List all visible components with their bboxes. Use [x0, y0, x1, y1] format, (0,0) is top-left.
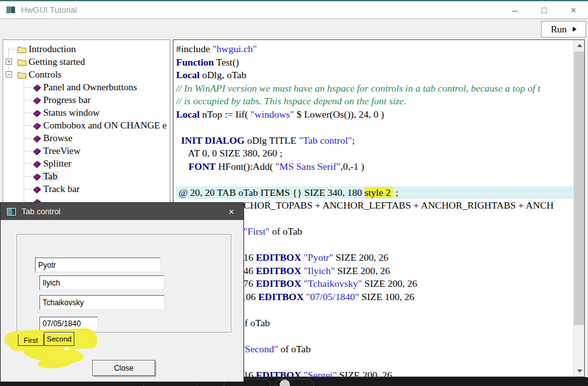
book-icon [32, 158, 41, 171]
app-window: HwGUI Tutorial – □ × Run Introduction+Ge… [0, 0, 588, 386]
sidebar-item-progress-bar[interactable]: Progress bar [3, 93, 170, 106]
dialog-title: Tab control [22, 207, 60, 216]
code-line: AT 0, 0 SIZE 380, 260 ; [176, 147, 573, 160]
book-icon [32, 171, 41, 184]
code-line: INIT DIALOG oDlg TITLE "Tab control"; [176, 134, 573, 148]
book-icon [32, 120, 41, 133]
sidebar-item-label: Progress bar [41, 95, 93, 105]
run-arrow-icon [573, 27, 577, 32]
tree-connector [24, 189, 31, 190]
code-line: FONT HFont():Add( "MS Sans Serif",0,-1 ) [176, 160, 573, 174]
book-icon [32, 82, 41, 95]
tree-connector [24, 113, 31, 113]
expand-icon[interactable]: + [6, 59, 12, 65]
run-button-label: Run [550, 24, 566, 35]
scroll-down-button[interactable] [574, 366, 585, 376]
folder-icon [17, 57, 27, 69]
app-icon [6, 6, 15, 13]
tab-second[interactable]: Second [44, 332, 74, 346]
window-title: HwGUI Tutorial [21, 5, 77, 15]
code-line: #include "hwgui.ch" [176, 43, 573, 56]
dialog-close-button[interactable]: Close [92, 360, 155, 376]
book-icon [32, 146, 41, 158]
minimize-button[interactable]: – [500, 1, 530, 19]
sidebar-item-tab[interactable]: Tab [3, 170, 170, 183]
sidebar-item-label: Getting started [27, 57, 87, 67]
tree-connector [9, 49, 17, 50]
scroll-down-icon [577, 369, 582, 373]
sidebar-item-label: Status window [41, 107, 102, 118]
scrollbar-thumb[interactable] [574, 52, 585, 325]
code-vertical-scrollbar[interactable] [573, 40, 584, 376]
maximize-button[interactable]: □ [530, 1, 559, 19]
taskbar-circle-icon[interactable] [280, 380, 290, 386]
tab-control-dialog: Tab control × First Second Close [0, 202, 244, 382]
tree-connector [24, 163, 31, 164]
code-line [176, 121, 573, 134]
sidebar-item-track-bar[interactable]: Track bar [3, 183, 170, 195]
folder-icon [17, 44, 27, 57]
sidebar-item-panel-and-ownerbuttons[interactable]: Panel and Ownerbuttons [3, 81, 170, 93]
last-name-field[interactable] [39, 295, 165, 310]
tree-connector [24, 138, 31, 139]
code-line: Function Test() [176, 56, 573, 69]
sidebar-item-label: TreeView [41, 146, 83, 156]
code-line: // In WinAPI version we must have an hsp… [176, 82, 573, 95]
book-icon [32, 184, 41, 196]
close-button[interactable]: × [559, 1, 588, 19]
toolbar: Run [0, 19, 588, 39]
code-line: // is occupied by tabs. This hspace depe… [176, 95, 573, 108]
folder-icon [17, 69, 27, 82]
book-icon [32, 95, 41, 107]
scroll-up-icon [577, 44, 582, 47]
sidebar-item-treeview[interactable]: TreeView [3, 144, 170, 157]
sidebar-item-label: Combobox and ON CHANGE e [41, 120, 168, 130]
sidebar-item-controls[interactable]: −Controls [3, 68, 170, 81]
tree-connector [24, 176, 31, 177]
tab-first[interactable]: First [18, 334, 44, 346]
sidebar-item-label: Tab [41, 171, 59, 181]
code-line [176, 173, 573, 186]
sidebar-item-label: Track bar [41, 184, 81, 194]
code-line: Local nTop := Iif( "windows" $ Lower(Os(… [176, 108, 573, 121]
marker-gap [64, 347, 69, 350]
collapse-icon[interactable]: − [6, 71, 12, 78]
sidebar-item-label: Browse [41, 133, 74, 143]
tree-connector [24, 87, 31, 88]
dialog-titlebar[interactable]: Tab control × [1, 203, 243, 220]
code-line: Local oDlg, oTab [176, 69, 573, 82]
dialog-icon [7, 208, 16, 216]
sidebar-item-label: Controls [27, 69, 64, 79]
scroll-up-button[interactable] [574, 40, 585, 51]
sidebar-item-getting-started[interactable]: +Getting started [3, 55, 170, 68]
book-icon [32, 133, 41, 146]
sidebar-item-browse[interactable]: Browse [3, 132, 170, 144]
sidebar-item-label: Introduction [27, 44, 78, 54]
tree-connector [24, 125, 31, 126]
tree-connector [24, 151, 31, 151]
middle-name-field[interactable] [39, 275, 165, 290]
sidebar-item-status-window[interactable]: Status window [3, 106, 170, 119]
window-titlebar: HwGUI Tutorial – □ × [0, 1, 588, 19]
first-name-field[interactable] [35, 258, 161, 272]
tree-connector [24, 100, 31, 100]
run-button[interactable]: Run [541, 21, 586, 38]
sidebar-item-label: Splitter [41, 158, 73, 169]
sidebar-item-label: Panel and Ownerbuttons [41, 82, 139, 92]
code-line: @ 20, 20 TAB oTab ITEMS {} SIZE 340, 180… [176, 186, 573, 200]
sidebar-item-combobox-and-on-change-e[interactable]: Combobox and ON CHANGE e [3, 119, 170, 132]
sidebar-item-introduction[interactable]: Introduction [3, 43, 170, 55]
book-icon [32, 107, 41, 120]
sidebar-item-splitter[interactable]: Splitter [3, 157, 170, 170]
dialog-close-icon[interactable]: × [223, 204, 240, 218]
